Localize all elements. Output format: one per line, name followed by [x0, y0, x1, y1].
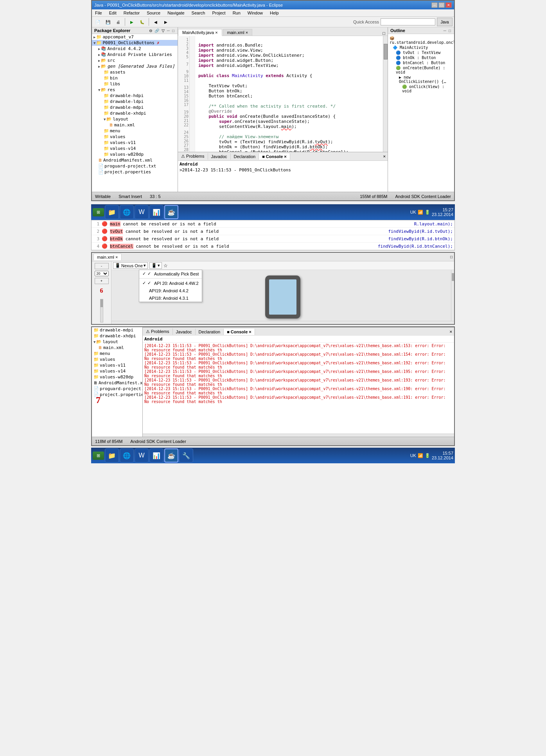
save-button[interactable]: 💾 — [104, 18, 112, 26]
tree-item-values-w820dp-2[interactable]: 📁 values-w820dp — [92, 374, 142, 380]
maximize-xml-icon[interactable]: □ — [450, 255, 453, 259]
link-with-editor-icon[interactable]: 🔗 — [154, 29, 160, 33]
code-editor[interactable]: import android.os.Bundle; import android… — [195, 36, 383, 152]
print-button[interactable]: 🖨 — [114, 18, 122, 26]
dropdown-api18[interactable]: ✓API18: Android 4.3.1 — [139, 294, 202, 302]
taskbar-browser[interactable]: 🌐 — [120, 205, 134, 219]
tree-item-src[interactable]: ▶ 📂 src — [92, 58, 178, 63]
tree-item-drawable-xhdpi-2[interactable]: 📁 drawable-xhdpi — [92, 333, 142, 339]
view-menu-icon[interactable]: ▽ — [161, 29, 165, 33]
outline-item-onclick[interactable]: 🟢 onClick(View) : void — [390, 84, 453, 94]
dropdown-api19[interactable]: ✓API19: Android 4.4.2 — [139, 287, 202, 294]
console-clear-button[interactable]: ✕ — [383, 155, 386, 158]
tree-item-p0091[interactable]: ▼ 📁 P0091_OnClickButtons ✗ — [92, 40, 178, 46]
tab-console-2[interactable]: ■ Console × — [224, 329, 255, 335]
xml-zoom-select[interactable]: 20 — [95, 271, 109, 276]
canvas-scrollbar-h[interactable] — [111, 321, 454, 324]
tree-item-layout[interactable]: ▼ 📂 layout — [92, 116, 178, 122]
taskbar-eclipse-2[interactable]: ☕ — [164, 448, 178, 463]
canvas-scrollbar-v[interactable] — [451, 270, 454, 324]
tab-problems[interactable]: ⚠ Problems — [178, 153, 208, 160]
forward-button[interactable]: ▶ — [162, 18, 170, 26]
menu-search[interactable]: Search — [190, 10, 207, 16]
minimize-button[interactable]: ─ — [431, 2, 438, 8]
maximize-editor-icon[interactable]: □ — [382, 31, 386, 36]
tree-item-manifest-2[interactable]: 🗎 AndroidManifest.xml — [92, 380, 142, 386]
outline-item-tvout[interactable]: 🔵 tvOut : TextView — [390, 50, 453, 55]
outline-item-oncreate[interactable]: 🟢 onCreate(Bundle) : void — [390, 65, 453, 75]
dropdown-api20[interactable]: ✓API 20: Android 4.4W.2 — [139, 279, 202, 287]
xml-zoom-in-button[interactable]: + — [95, 278, 109, 284]
orientation-selector[interactable]: 📱 ▾ — [149, 262, 162, 269]
taskbar-word[interactable]: W — [135, 205, 149, 219]
console-scrollbar-h[interactable] — [143, 434, 454, 437]
tree-item-mainxml-2[interactable]: 🗎 main.xml — [92, 345, 142, 351]
canvas-scroll-thumb[interactable] — [452, 273, 454, 281]
taskbar-browser-2[interactable]: 🌐 — [120, 448, 134, 463]
quick-access-input[interactable] — [381, 18, 435, 25]
error-row-1[interactable]: 1 🔴 main cannot be resolved or is not a … — [92, 220, 454, 228]
outline-item-mainactivity[interactable]: 🔷 MainActivity — [390, 45, 453, 50]
outline-item-btncancel[interactable]: 🔵 btnCancel : Button — [390, 60, 453, 65]
tree-item-drawable-hdpi[interactable]: 📁 drawable-hdpi — [92, 93, 178, 99]
start-button-2[interactable]: ⊞ — [93, 452, 104, 460]
device-selector[interactable]: 📱 Nexus One ▾ — [113, 262, 148, 269]
taskbar-app6-2[interactable]: 🔧 — [179, 448, 193, 463]
tree-item-values-w820dp[interactable]: 📁 values-w820dp — [92, 151, 178, 157]
tree-item-proguard-2[interactable]: 📄 proguard-project.txt — [92, 386, 142, 392]
menu-refactor[interactable]: Refactor — [122, 10, 142, 16]
error-row-2[interactable]: 2 🔴 tvOut cannot be resolved or is not a… — [92, 228, 454, 235]
menu-window[interactable]: Window — [246, 10, 264, 16]
outline-item-btnok[interactable]: 🔵 btnOk : Button — [390, 55, 453, 60]
tree-item-values-2[interactable]: 📁 values — [92, 356, 142, 362]
menu-source[interactable]: Source — [145, 10, 162, 16]
debug-button[interactable]: 🐛 — [138, 18, 146, 26]
tree-item-drawable-xhdpi[interactable]: 📁 drawable-xhdpi — [92, 110, 178, 116]
tree-item-drawable-mdpi[interactable]: 📁 drawable-mdpi — [92, 104, 178, 110]
tab-console[interactable]: ■ Console × — [259, 153, 290, 160]
tab-declaration[interactable]: Declaration — [231, 153, 259, 160]
tab-javadoc-2[interactable]: Javadoc — [173, 329, 196, 335]
menu-project[interactable]: Project — [210, 10, 227, 16]
maximize-panel-icon[interactable]: □ — [171, 29, 175, 33]
tree-item-menu[interactable]: 📁 menu — [92, 128, 178, 134]
minimize-panel-icon[interactable]: ─ — [166, 29, 171, 33]
tab-problems-2[interactable]: ⚠ Problems — [143, 328, 173, 335]
tree-item-values-v11[interactable]: 📁 values-v11 — [92, 140, 178, 146]
tab-declaration-2[interactable]: Declaration — [196, 329, 224, 335]
taskbar-app4[interactable]: 📊 — [149, 205, 163, 219]
tree-item-menu-2[interactable]: 📁 menu — [92, 351, 142, 356]
xml-scrollbar-v[interactable] — [100, 299, 103, 322]
dropdown-auto-pick[interactable]: ✓Automatically Pick Best — [139, 270, 202, 277]
tree-item-libs[interactable]: 📁 libs — [92, 81, 178, 87]
menu-edit[interactable]: Edit — [108, 10, 118, 16]
error-row-4[interactable]: 4 🔴 btnCancel cannot be resolved or is n… — [92, 243, 454, 250]
xml-zoom-out-button[interactable]: - — [95, 263, 109, 269]
tree-item-gen[interactable]: ▶ 📂 gen [Generated Java Files] — [92, 63, 178, 69]
taskbar-eclipse[interactable]: ☕ — [164, 205, 178, 219]
tree-item-res[interactable]: ▼ 📂 res — [92, 87, 178, 93]
taskbar-app4-2[interactable]: 📊 — [149, 448, 163, 463]
menu-navigate[interactable]: Navigate — [166, 10, 186, 16]
tree-item-mainxml[interactable]: 🗎 main.xml — [92, 122, 178, 128]
new-button[interactable]: 📄 — [93, 18, 102, 26]
menu-file[interactable]: File — [93, 10, 104, 16]
tree-item-project-props[interactable]: 📄 project.properties — [92, 169, 178, 175]
outline-minimize-icon[interactable]: ─ — [443, 29, 447, 33]
scrollbar-thumb[interactable] — [384, 44, 388, 59]
tab-mainxml[interactable]: main.xml × — [223, 29, 253, 36]
taskbar-word-2[interactable]: W — [135, 448, 149, 463]
tree-item-values-v14[interactable]: 📁 values-v14 — [92, 146, 178, 151]
tree-item-bin[interactable]: 📁 bin — [92, 75, 178, 81]
tree-item-values-v11-2[interactable]: 📁 values-v11 — [92, 362, 142, 368]
tree-item-drawable-ldpi[interactable]: 📁 drawable-ldpi — [92, 99, 178, 104]
outline-maximize-icon[interactable]: □ — [448, 29, 452, 33]
maximize-button[interactable]: □ — [438, 2, 445, 8]
tree-item-android442[interactable]: ▶ 📚 Android 4.4.2 — [92, 46, 178, 52]
back-button[interactable]: ◀ — [151, 18, 160, 26]
start-button[interactable]: ⊞ — [93, 208, 104, 216]
tree-item-private-libs[interactable]: ▶ 📚 Android Private Libraries — [92, 52, 178, 58]
error-row-3[interactable]: 3 🔴 btnOk cannot be resolved or is not a… — [92, 235, 454, 243]
tree-item-proguard[interactable]: 📄 proguard-project.txt — [92, 163, 178, 169]
tree-item-layout-2[interactable]: ▼ 📂 layout — [92, 339, 142, 345]
